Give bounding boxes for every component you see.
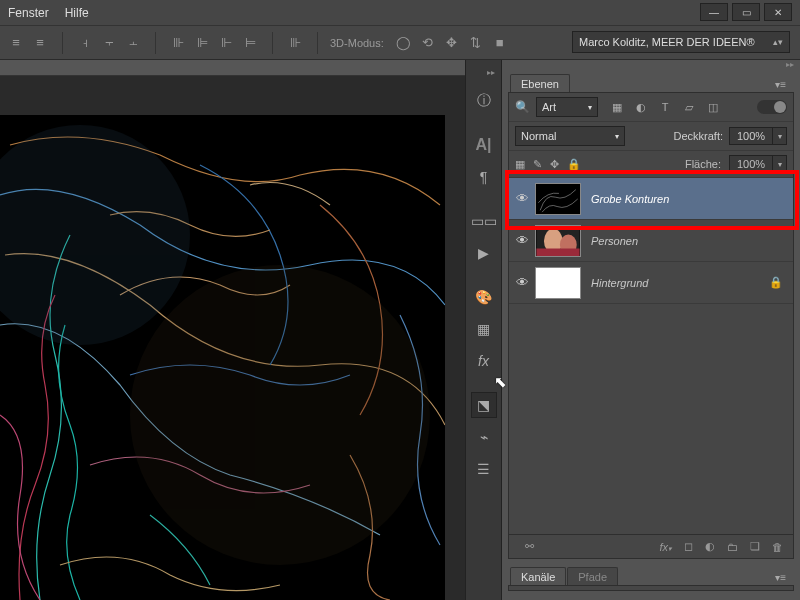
brushes-panel-icon[interactable]: ⌁: [471, 424, 497, 450]
new-group-icon[interactable]: 🗀: [727, 541, 738, 553]
layer-thumbnail[interactable]: [535, 225, 581, 257]
panel-dock: ▸▸ ⓘ A| ¶ ▭▭ ▶ 🎨 ▦ fx ⬔ ⌁ ☰: [465, 60, 501, 600]
lock-icon: 🔒: [769, 276, 783, 289]
visibility-toggle-icon[interactable]: 👁: [509, 233, 535, 248]
align-right-icon[interactable]: ⫠: [123, 33, 143, 53]
swatches-panel-icon[interactable]: ▦: [471, 316, 497, 342]
filter-toggle[interactable]: [757, 100, 787, 114]
3d-pan-icon[interactable]: ✥: [442, 33, 462, 53]
tab-kanaele[interactable]: Kanäle: [510, 567, 566, 585]
adjustments-panel-icon[interactable]: ⬔: [471, 392, 497, 418]
filter-adjust-icon[interactable]: ◐: [634, 100, 648, 114]
chevron-updown-icon: ▴▾: [773, 37, 783, 47]
visibility-toggle-icon[interactable]: 👁: [509, 191, 535, 206]
lock-all-icon[interactable]: 🔒: [567, 158, 581, 171]
layer-thumbnail[interactable]: [535, 267, 581, 299]
distribute-icon[interactable]: ⊩: [216, 33, 236, 53]
character-panel-icon[interactable]: A|: [471, 132, 497, 158]
channels-panel: Kanäle Pfade ▾≡: [508, 565, 794, 591]
add-mask-icon[interactable]: ◻: [684, 540, 693, 553]
info-panel-icon[interactable]: ⓘ: [471, 88, 497, 114]
brush-presets-icon[interactable]: ☰: [471, 456, 497, 482]
visibility-toggle-icon[interactable]: 👁: [509, 275, 535, 290]
3d-roll-icon[interactable]: ⟲: [418, 33, 438, 53]
svg-rect-3: [536, 184, 579, 214]
layer-name[interactable]: Hintergrund: [591, 277, 648, 289]
panel-menu-icon[interactable]: ▾≡: [771, 570, 790, 585]
layer-name[interactable]: Personen: [591, 235, 638, 247]
layer-thumbnail[interactable]: [535, 183, 581, 215]
distribute-icon[interactable]: ⊪: [285, 33, 305, 53]
align-center-icon[interactable]: ⫟: [99, 33, 119, 53]
fx-icon[interactable]: fx▾: [659, 541, 672, 553]
align-icon[interactable]: ≡: [30, 33, 50, 53]
link-layers-icon[interactable]: ⚯: [525, 540, 534, 553]
align-icon[interactable]: ≡: [6, 33, 26, 53]
3d-orbit-icon[interactable]: ◯: [394, 33, 414, 53]
adjustment-layer-icon[interactable]: ◐: [705, 540, 715, 553]
menu-bar: Fenster Hilfe — ▭ ✕: [0, 0, 800, 25]
ruler-horizontal: [0, 60, 465, 76]
filter-kind-dropdown[interactable]: Art▾: [536, 97, 598, 117]
history-panel-icon[interactable]: ▭▭: [471, 208, 497, 234]
svg-rect-7: [536, 248, 579, 256]
filter-type-icon[interactable]: T: [658, 100, 672, 114]
nav-panel-icon[interactable]: ▶: [471, 240, 497, 266]
layer-name[interactable]: Grobe Konturen: [591, 193, 669, 205]
3d-slide-icon[interactable]: ⇅: [466, 33, 486, 53]
document-canvas[interactable]: [0, 115, 445, 600]
layer-filter-row: 🔍 Art▾ ▦ ◐ T ▱ ◫: [509, 93, 793, 122]
svg-point-2: [130, 265, 430, 565]
lock-pixels-icon[interactable]: ✎: [533, 158, 542, 171]
options-bar: ≡ ≡ ⫞ ⫟ ⫠ ⊪ ⊫ ⊩ ⊨ ⊪ 3D-Modus: ◯ ⟲ ✥ ⇅ ■ …: [0, 25, 800, 60]
workspace-dropdown[interactable]: Marco Kolditz, MEER DER IDEEN® ▴▾: [572, 31, 790, 53]
lock-transparency-icon[interactable]: ▦: [515, 158, 525, 171]
distribute-icon[interactable]: ⊪: [168, 33, 188, 53]
color-panel-icon[interactable]: 🎨: [471, 284, 497, 310]
window-maximize-button[interactable]: ▭: [732, 3, 760, 21]
distribute-icon[interactable]: ⊫: [192, 33, 212, 53]
opacity-label: Deckkraft:: [673, 130, 723, 142]
panel-menu-icon[interactable]: ▾≡: [771, 77, 790, 92]
layer-item[interactable]: 👁 Personen: [509, 220, 793, 262]
divider: [155, 32, 156, 54]
layer-item[interactable]: 👁 Grobe Konturen: [509, 178, 793, 220]
divider: [272, 32, 273, 54]
layer-item[interactable]: 👁 Hintergrund 🔒: [509, 262, 793, 304]
align-left-icon[interactable]: ⫞: [75, 33, 95, 53]
fill-value[interactable]: 100%: [729, 155, 773, 173]
window-close-button[interactable]: ✕: [764, 3, 792, 21]
blend-mode-dropdown[interactable]: Normal▾: [515, 126, 625, 146]
new-layer-icon[interactable]: ❏: [750, 540, 760, 553]
search-icon[interactable]: 🔍: [515, 100, 530, 114]
right-panel-column: ▸▸ Ebenen ▾≡ 🔍 Art▾ ▦ ◐ T ▱: [501, 60, 800, 600]
menu-fenster[interactable]: Fenster: [8, 6, 49, 20]
divider: [62, 32, 63, 54]
lock-position-icon[interactable]: ✥: [550, 158, 559, 171]
layers-panel: Ebenen ▾≡ 🔍 Art▾ ▦ ◐ T ▱ ◫: [508, 72, 794, 559]
tab-pfade[interactable]: Pfade: [567, 567, 618, 585]
panel-collapse-icon[interactable]: ▸▸: [502, 60, 800, 72]
tab-ebenen[interactable]: Ebenen: [510, 74, 570, 92]
opacity-slider-toggle[interactable]: ▾: [773, 127, 787, 145]
distribute-icon[interactable]: ⊨: [240, 33, 260, 53]
workspace-name: Marco Kolditz, MEER DER IDEEN®: [579, 36, 755, 48]
divider: [317, 32, 318, 54]
fill-slider-toggle[interactable]: ▾: [773, 155, 787, 173]
fill-label: Fläche:: [685, 158, 721, 170]
filter-smart-icon[interactable]: ◫: [706, 100, 720, 114]
filter-shape-icon[interactable]: ▱: [682, 100, 696, 114]
menu-hilfe[interactable]: Hilfe: [65, 6, 89, 20]
window-minimize-button[interactable]: —: [700, 3, 728, 21]
layer-lock-row: ▦ ✎ ✥ 🔒 Fläche: 100% ▾: [509, 151, 793, 178]
layers-panel-footer: ⚯ fx▾ ◻ ◐ 🗀 ❏ 🗑: [509, 534, 793, 558]
styles-panel-icon[interactable]: fx: [471, 348, 497, 374]
opacity-value[interactable]: 100%: [729, 127, 773, 145]
filter-pixel-icon[interactable]: ▦: [610, 100, 624, 114]
dock-collapse-icon[interactable]: ▸▸: [469, 68, 499, 78]
3d-camera-icon[interactable]: ■: [490, 33, 510, 53]
delete-layer-icon[interactable]: 🗑: [772, 541, 783, 553]
paragraph-panel-icon[interactable]: ¶: [471, 164, 497, 190]
canvas-area[interactable]: [0, 60, 465, 600]
layer-blend-row: Normal▾ Deckkraft: 100% ▾: [509, 122, 793, 151]
